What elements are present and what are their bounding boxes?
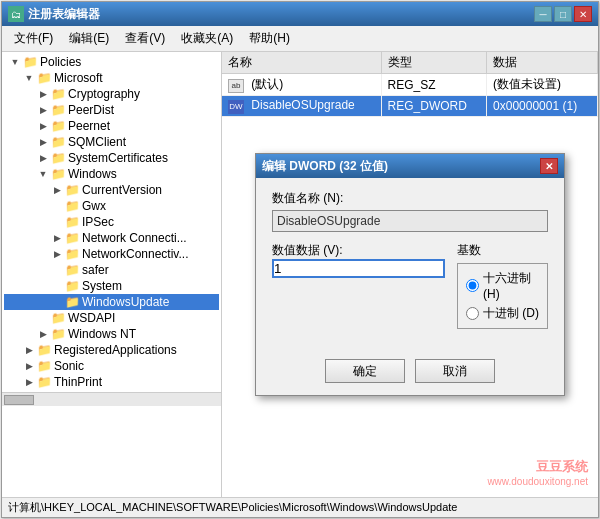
tree-label-microsoft: Microsoft xyxy=(52,71,103,85)
tree-item-registeredapps[interactable]: ▶ 📁 RegisteredApplications xyxy=(4,342,219,358)
tree-label-networkconnecti: Network Connecti... xyxy=(80,231,187,245)
value-name-input xyxy=(272,210,548,232)
expand-icon-safer xyxy=(50,263,64,277)
tree-label-systemcertificates: SystemCertificates xyxy=(66,151,168,165)
title-bar-left: 🗂 注册表编辑器 xyxy=(8,6,100,23)
expand-icon-ipsec xyxy=(50,215,64,229)
expand-icon-peernet: ▶ xyxy=(36,119,50,133)
menu-help[interactable]: 帮助(H) xyxy=(241,28,298,49)
menu-file[interactable]: 文件(F) xyxy=(6,28,61,49)
value-name-label: 数值名称 (N): xyxy=(272,190,548,207)
radio-group-base: 十六进制 (H) 十进制 (D) xyxy=(457,263,548,329)
folder-icon-wsdapi: 📁 xyxy=(50,311,66,325)
folder-icon-policies: 📁 xyxy=(22,55,38,69)
tree-label-windows: Windows xyxy=(66,167,117,181)
expand-icon-gwx xyxy=(50,199,64,213)
tree-label-sqmclient: SQMClient xyxy=(66,135,126,149)
folder-icon-windowsupdate: 📁 xyxy=(64,295,80,309)
window-title: 注册表编辑器 xyxy=(28,6,100,23)
tree-item-peerdist[interactable]: ▶ 📁 PeerDist xyxy=(4,102,219,118)
status-text: 计算机\HKEY_LOCAL_MACHINE\SOFTWARE\Policies… xyxy=(8,500,458,515)
folder-icon-system: 📁 xyxy=(64,279,80,293)
folder-icon-currentversion: 📁 xyxy=(64,183,80,197)
edit-dword-dialog: 编辑 DWORD (32 位值) ✕ 数值名称 (N): xyxy=(255,153,565,396)
scrollbar-thumb[interactable] xyxy=(4,395,34,405)
tree-item-currentversion[interactable]: ▶ 📁 CurrentVersion xyxy=(4,182,219,198)
tree-item-gwx[interactable]: 📁 Gwx xyxy=(4,198,219,214)
tree-label-safer: safer xyxy=(80,263,109,277)
dialog-overlay: 编辑 DWORD (32 位值) ✕ 数值名称 (N): xyxy=(222,52,598,497)
folder-icon-registeredapps: 📁 xyxy=(36,343,52,357)
title-buttons: ─ □ ✕ xyxy=(534,6,592,22)
folder-icon-ipsec: 📁 xyxy=(64,215,80,229)
folder-icon-windows: 📁 xyxy=(50,167,66,181)
tree-item-thinprint[interactable]: ▶ 📁 ThinPrint xyxy=(4,374,219,390)
dialog-title-bar: 编辑 DWORD (32 位值) ✕ xyxy=(256,154,564,178)
expand-icon-networkconnectiv: ▶ xyxy=(50,247,64,261)
tree-label-sonic: Sonic xyxy=(52,359,84,373)
status-bar: 计算机\HKEY_LOCAL_MACHINE\SOFTWARE\Policies… xyxy=(2,497,598,517)
tree-item-sonic[interactable]: ▶ 📁 Sonic xyxy=(4,358,219,374)
folder-icon-networkconnectiv: 📁 xyxy=(64,247,80,261)
expand-icon-sqmclient: ▶ xyxy=(36,135,50,149)
dialog-close-button[interactable]: ✕ xyxy=(540,158,558,174)
tree-label-windowsupdate: WindowsUpdate xyxy=(80,295,169,309)
radio-dec-label[interactable]: 十进制 (D) xyxy=(466,305,539,322)
tree-label-networkconnectiv: NetworkConnectiv... xyxy=(80,247,188,261)
tree-label-thinprint: ThinPrint xyxy=(52,375,102,389)
tree-item-wsdapi[interactable]: 📁 WSDAPI xyxy=(4,310,219,326)
expand-icon-sonic: ▶ xyxy=(22,359,36,373)
expand-icon-registeredapps: ▶ xyxy=(22,343,36,357)
main-area: ▼ 📁 Policies ▼ 📁 Microsoft ▶ 📁 Cryptogra… xyxy=(2,52,598,497)
base-options-section: 基数 十六进制 (H) 十进制 (D) xyxy=(457,242,548,329)
tree-item-microsoft[interactable]: ▼ 📁 Microsoft xyxy=(4,70,219,86)
tree-label-registeredapps: RegisteredApplications xyxy=(52,343,177,357)
folder-icon-sonic: 📁 xyxy=(36,359,52,373)
folder-icon-microsoft: 📁 xyxy=(36,71,52,85)
expand-icon-networkconnecti: ▶ xyxy=(50,231,64,245)
tree-label-windowsnt: Windows NT xyxy=(66,327,136,341)
radio-hex-label[interactable]: 十六进制 (H) xyxy=(466,270,539,301)
minimize-button[interactable]: ─ xyxy=(534,6,552,22)
folder-icon-cryptography: 📁 xyxy=(50,87,66,101)
tree-item-cryptography[interactable]: ▶ 📁 Cryptography xyxy=(4,86,219,102)
app-icon: 🗂 xyxy=(8,6,24,22)
value-data-left: 数值数据 (V): xyxy=(272,242,445,278)
tree-label-cryptography: Cryptography xyxy=(66,87,140,101)
menu-bar: 文件(F) 编辑(E) 查看(V) 收藏夹(A) 帮助(H) xyxy=(2,26,598,52)
left-pane-scrollbar[interactable] xyxy=(2,392,221,406)
tree-label-peerdist: PeerDist xyxy=(66,103,114,117)
tree-item-system[interactable]: 📁 System xyxy=(4,278,219,294)
tree-item-windows[interactable]: ▼ 📁 Windows xyxy=(4,166,219,182)
tree-item-systemcertificates[interactable]: ▶ 📁 SystemCertificates xyxy=(4,150,219,166)
menu-favorites[interactable]: 收藏夹(A) xyxy=(173,28,241,49)
tree-item-ipsec[interactable]: 📁 IPSec xyxy=(4,214,219,230)
dialog-body: 数值名称 (N): 数值数据 (V): 基数 xyxy=(256,178,564,353)
tree-item-networkconnectiv[interactable]: ▶ 📁 NetworkConnectiv... xyxy=(4,246,219,262)
value-data-label: 数值数据 (V): xyxy=(272,243,343,257)
radio-dec[interactable] xyxy=(466,307,479,320)
tree-item-policies[interactable]: ▼ 📁 Policies xyxy=(4,54,219,70)
cancel-button[interactable]: 取消 xyxy=(415,359,495,383)
title-bar: 🗂 注册表编辑器 ─ □ ✕ xyxy=(2,2,598,26)
base-title-label: 基数 xyxy=(457,242,548,259)
expand-icon-windowsupdate xyxy=(50,295,64,309)
expand-icon-wsdapi xyxy=(36,311,50,325)
expand-icon-microsoft: ▼ xyxy=(22,71,36,85)
maximize-button[interactable]: □ xyxy=(554,6,572,22)
menu-view[interactable]: 查看(V) xyxy=(117,28,173,49)
tree-item-windowsupdate[interactable]: 📁 WindowsUpdate xyxy=(4,294,219,310)
tree-item-sqmclient[interactable]: ▶ 📁 SQMClient xyxy=(4,134,219,150)
tree-item-safer[interactable]: 📁 safer xyxy=(4,262,219,278)
menu-edit[interactable]: 编辑(E) xyxy=(61,28,117,49)
value-data-input[interactable] xyxy=(272,259,445,278)
expand-icon-windowsnt: ▶ xyxy=(36,327,50,341)
tree-label-wsdapi: WSDAPI xyxy=(66,311,115,325)
tree-item-peernet[interactable]: ▶ 📁 Peernet xyxy=(4,118,219,134)
radio-hex[interactable] xyxy=(466,279,479,292)
folder-icon-systemcertificates: 📁 xyxy=(50,151,66,165)
close-button[interactable]: ✕ xyxy=(574,6,592,22)
tree-item-networkconnecti[interactable]: ▶ 📁 Network Connecti... xyxy=(4,230,219,246)
tree-item-windowsnt[interactable]: ▶ 📁 Windows NT xyxy=(4,326,219,342)
ok-button[interactable]: 确定 xyxy=(325,359,405,383)
